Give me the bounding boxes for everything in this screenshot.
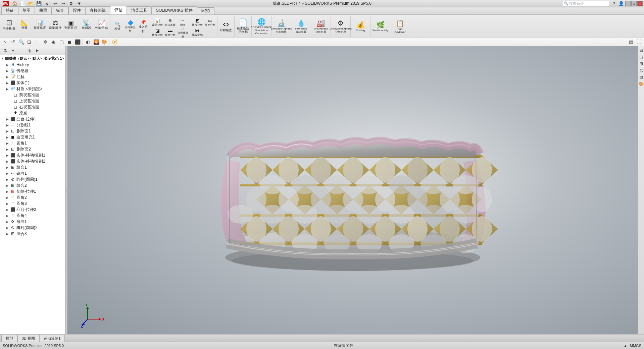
right-btn-3[interactable]: ⊞	[639, 61, 644, 66]
tree-item-history[interactable]: ▶ H History	[0, 62, 65, 68]
view-orient-btn[interactable]: 🧭	[111, 38, 118, 46]
3d-view-btn[interactable]: ◉	[50, 38, 57, 46]
flo-xpress-btn[interactable]: 💧 FloXpress分析向导	[292, 17, 310, 36]
tree-item-front-plane[interactable]: ◻ 前视基准面	[0, 92, 65, 98]
wireframe-btn[interactable]: ▢	[58, 38, 65, 46]
shaded-btn[interactable]: ◼	[66, 38, 73, 46]
insert-analysis-btn[interactable]: 📌 插入分析	[137, 22, 149, 31]
tree-item-combine1[interactable]: ▶ ⊞ 组合1	[0, 164, 65, 170]
tree-item-fill-surface[interactable]: ▶ ◼ 曲面填充1	[0, 134, 65, 140]
tab-direct-edit[interactable]: 直接编辑	[85, 6, 110, 14]
zoom-in-btn[interactable]: 🔍	[17, 38, 25, 46]
tree-item-combine2[interactable]: ▶ ⊞ 组合2	[0, 182, 65, 188]
tree-item-solid[interactable]: ▶ ⬛ 实体(1)	[0, 80, 65, 86]
pointer-btn[interactable]: ↖	[1, 38, 9, 46]
draft2-btn[interactable]: ◩ 拔模分析	[191, 17, 203, 27]
close-btn[interactable]: ✕	[637, 1, 643, 6]
costing-btn[interactable]: 💰 Costing	[352, 17, 369, 36]
curvature-btn[interactable]: 〰 曲率	[177, 17, 189, 27]
symmetry-btn[interactable]: ⇔ 对称检查	[218, 18, 233, 35]
tree-item-right-plane[interactable]: ◻ 右视基准面	[0, 104, 65, 110]
part-line-btn[interactable]: ⟋ 分型线分析	[177, 27, 189, 37]
tab-weldment[interactable]: 焊件	[68, 6, 85, 14]
print-btn[interactable]: 🖨	[44, 0, 50, 7]
open-btn[interactable]: 📂	[28, 0, 34, 7]
save-btn[interactable]: 💾	[36, 0, 42, 7]
measure-btn[interactable]: 📐 测量	[17, 16, 32, 34]
tree-item-boss-extrude1[interactable]: ▶ ⬛ 凸台-拉伸1	[0, 116, 65, 122]
minimize-btn[interactable]: _	[625, 1, 631, 6]
3dexperience-btn[interactable]: 🌐 3DEXPERIENCESimulationConnector	[253, 17, 270, 36]
draft-analysis-btn[interactable]: ◪ 拔模分析	[151, 27, 163, 37]
help-btn[interactable]: ?	[610, 0, 617, 7]
driveworks-btn[interactable]: ⚙ DriveWorksXpress分析向导	[332, 17, 349, 36]
tree-item-delete-face2[interactable]: ▶ ⊡ 删除面2	[0, 146, 65, 152]
tree-item-flex1[interactable]: ▶ ⟳ 弯曲1	[0, 219, 65, 225]
tree-item-sensor[interactable]: ▶ 📡 传感器	[0, 68, 65, 74]
tree-item-material[interactable]: ▶ 💎 材质 <未指定>	[0, 86, 65, 92]
thick2-btn[interactable]: ▭ 厚度分析	[204, 17, 216, 27]
right-btn-5[interactable]: ▧	[639, 74, 644, 80]
tab-evaluate[interactable]: 评估	[110, 6, 127, 14]
tree-item-fillet4[interactable]: ▶ ◜ 圆角4	[0, 213, 65, 219]
tab-mbd[interactable]: MBD	[197, 7, 215, 14]
tree-title[interactable]: ▼ ⬛ 成镶（默认 <<默认>_显示状态 1>）	[0, 55, 65, 62]
dfm-xpress-btn[interactable]: 🏭 DFMXpress分析向导	[312, 17, 330, 36]
tree-item-combine3[interactable]: ▶ ⊞ 组合3	[0, 231, 65, 237]
redo-btn[interactable]: ↪	[60, 0, 66, 7]
activate-doc-btn[interactable]: 📄 检查激活的文档	[236, 18, 250, 35]
tab-3d-view[interactable]: 3D 视图	[17, 335, 39, 342]
fullscreen-btn[interactable]: ⛶	[635, 38, 643, 46]
tab-sheetmetal[interactable]: 钣金	[52, 6, 68, 14]
tab-plugins[interactable]: SOLIDWORKS 插件	[152, 6, 197, 14]
right-btn-2[interactable]: ◫	[639, 54, 644, 60]
restore-btn[interactable]: □	[631, 1, 637, 6]
account-btn[interactable]: 👤	[618, 0, 625, 7]
rotate-btn[interactable]: ↺	[9, 38, 17, 46]
sensor-btn[interactable]: 📡 传感器	[79, 16, 94, 34]
tree-item-origin[interactable]: ✚ 原点	[0, 110, 65, 116]
tree-item-top-plane[interactable]: ◻ 上视基准面	[0, 98, 65, 104]
tab-model[interactable]: 模型	[1, 335, 17, 342]
zebra-btn[interactable]: ≡ 斑马条纹	[164, 17, 176, 27]
right-btn-4[interactable]: ◎	[639, 68, 644, 73]
right-btn-1[interactable]: ▤	[639, 48, 644, 53]
home-btn[interactable]: 🏠	[11, 0, 18, 7]
mass-properties-btn[interactable]: ⚖ 质量属 性	[48, 16, 63, 34]
undo-btn[interactable]: ↩	[52, 0, 58, 7]
check-btn[interactable]: 🔍 检查	[111, 22, 123, 31]
tab-motion[interactable]: 运动算例1	[39, 335, 65, 342]
sim-xpress-btn[interactable]: 🔬 SimulationXpress分析向导	[273, 17, 290, 36]
pan-btn[interactable]: ✥	[42, 38, 49, 46]
tree-item-pattern1[interactable]: ▶ ⊙ 阵列(圆周)1	[0, 176, 65, 182]
tree-item-fillet1[interactable]: ▶ ◜ 圆角1	[0, 140, 65, 146]
sustainability-btn[interactable]: 🌿 Sustainability	[371, 17, 389, 36]
viewport[interactable]: X Y Z	[67, 46, 638, 334]
section-area-btn[interactable]: ▣ 剖面面 积	[63, 16, 78, 34]
tree-item-pattern2[interactable]: ▶ ⊙ 阵列(圆周)2	[0, 225, 65, 231]
tab-surface[interactable]: 曲面	[35, 6, 52, 14]
tree-item-move-copy1[interactable]: ▶ ⬛ 实体-移动/复制1	[0, 152, 65, 158]
right-btn-6[interactable]: 🎨	[639, 81, 644, 86]
tree-item-split-line[interactable]: ▶ ⋯ 分割线1	[0, 122, 65, 128]
options-btn[interactable]: ⚙	[68, 0, 75, 7]
search-box[interactable]: 🔍 搜索命令	[562, 1, 609, 6]
tab-render[interactable]: 渲染工具	[127, 6, 152, 14]
tree-item-annotation[interactable]: ▶ 📝 注解	[0, 74, 65, 80]
tree-item-move-copy2[interactable]: ▶ ⬛ 实体-移动/复制2	[0, 158, 65, 164]
sidebar-filter-btn[interactable]: ⚗	[1, 47, 9, 54]
tree-item-boss-extrude2[interactable]: ▶ ⬛ 凸台-拉伸2	[0, 207, 65, 213]
display-mode-btn[interactable]: ◐	[84, 38, 92, 46]
section-view-btn[interactable]: 📊 截面视 图	[33, 16, 47, 34]
tree-item-mirror1[interactable]: ▶ ⇔ 镜向1	[0, 170, 65, 176]
tree-item-fillet3[interactable]: ▶ ◜ 圆角3	[0, 200, 65, 207]
zoom-fit-btn[interactable]: ⊡	[26, 38, 33, 46]
tree-item-fillet2[interactable]: ▶ ◜ 圆角2	[0, 194, 65, 200]
tree-item-cut-extrude1[interactable]: ▶ ⊟ 切除-拉伸1	[0, 188, 65, 194]
error-analysis-btn[interactable]: 📊 误差分析	[151, 17, 163, 27]
sidebar-arrow-btn[interactable]: ▶	[34, 47, 41, 54]
scene-btn[interactable]: 🌄	[92, 38, 100, 46]
tab-sketch[interactable]: 草图	[18, 6, 35, 14]
tab-feature[interactable]: 特征	[1, 6, 18, 14]
geo-analysis-btn[interactable]: 🔷 几何体分析	[124, 22, 136, 31]
